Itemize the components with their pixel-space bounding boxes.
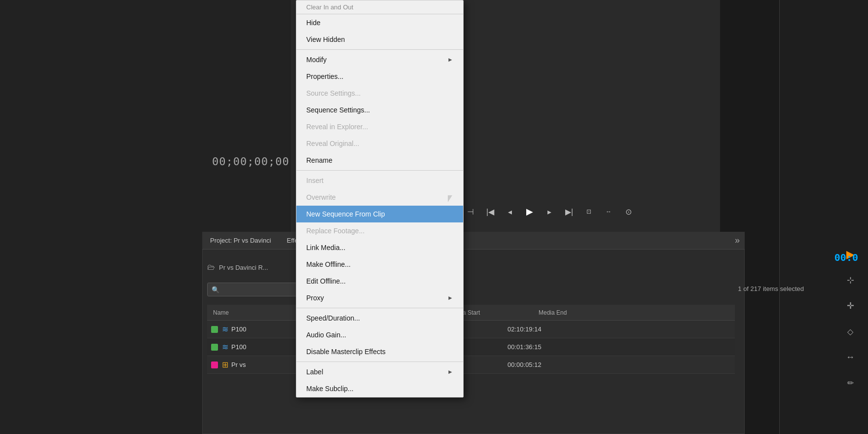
row-color-badge	[211, 362, 218, 368]
menu-item-audio-gain[interactable]: Audio Gain...	[296, 326, 463, 343]
tab-project[interactable]: Project: Pr vs Davinci	[202, 232, 279, 249]
tab-project-label: Project: Pr vs Davinci	[210, 237, 271, 244]
move-btn[interactable]: ✛	[842, 298, 858, 314]
menu-item-new-sequence[interactable]: New Sequence From Clip	[296, 206, 463, 222]
menu-item-overwrite-label: Overwrite	[306, 193, 336, 201]
menu-item-reveal-explorer: Reveal in Explorer...	[296, 118, 463, 135]
menu-item-insert-label: Insert	[306, 177, 324, 184]
goto-out-btn[interactable]: ▶|	[562, 205, 576, 218]
menu-item-make-offline-label: Make Offline...	[306, 260, 351, 268]
menu-item-proxy-label: Proxy	[306, 294, 324, 302]
menu-item-disable-masterclip-label: Disable Masterclip Effects	[306, 348, 386, 356]
table-header: Name Frame Rate ▲ Media Start Media End	[207, 305, 735, 321]
menu-item-disable-masterclip[interactable]: Disable Masterclip Effects	[296, 343, 463, 360]
submenu-arrow-icon: ►	[447, 56, 453, 63]
menu-item-speed-duration-label: Speed/Duration...	[306, 314, 360, 322]
sequence-icon: ⊞	[222, 360, 228, 369]
cursor	[448, 195, 452, 202]
folder-icon: 🗁	[207, 263, 215, 272]
menu-item-properties-label: Properties...	[306, 72, 343, 80]
menu-item-properties[interactable]: Properties...	[296, 68, 463, 85]
menu-item-replace-footage: Replace Footage...	[296, 222, 463, 239]
menu-item-rename-label: Rename	[306, 156, 332, 164]
menu-item-reveal-explorer-label: Reveal in Explorer...	[306, 123, 368, 131]
menu-separator	[296, 170, 463, 171]
camera-btn[interactable]: ⊙	[621, 205, 635, 218]
menu-item-label-label: Label	[306, 368, 323, 376]
menu-item-overwrite: Overwrite	[296, 189, 463, 206]
menu-item-label[interactable]: Label ►	[296, 363, 463, 380]
menu-item-edit-offline-label: Edit Offline...	[306, 277, 346, 285]
row-end: 02:10:19:14	[507, 326, 596, 333]
menu-item-source-settings: Source Settings...	[296, 85, 463, 102]
menu-item-hide-label: Hide	[306, 19, 321, 27]
transport-controls: ⊢ ⊣ |◀ ◂ ▶ ▸ ▶| ⊡ ↔ ⊙	[444, 205, 635, 218]
menu-item-reveal-original: Reveal Original...	[296, 135, 463, 152]
menu-item-link-media[interactable]: Link Media...	[296, 239, 463, 256]
menu-item-make-subclip-label: Make Subclip...	[306, 385, 354, 393]
search-bar[interactable]: 🔍	[207, 283, 306, 296]
menu-item-source-settings-label: Source Settings...	[306, 89, 361, 97]
extract-btn[interactable]: ↔	[602, 205, 615, 218]
folder-row: 🗁 Pr vs Davinci R...	[207, 263, 268, 272]
menu-separator	[296, 49, 463, 50]
menu-item-new-sequence-label: New Sequence From Clip	[306, 210, 385, 218]
menu-item-view-hidden[interactable]: View Hidden	[296, 31, 463, 48]
menu-item-view-hidden-label: View Hidden	[306, 36, 345, 43]
table-row[interactable]: ≋ P100 23.976 fps 00:00:00:00 02:10:19:1…	[207, 321, 735, 338]
lift-btn[interactable]: ⊡	[582, 205, 596, 218]
menu-separator	[296, 308, 463, 308]
menu-item-modify[interactable]: Modify ►	[296, 51, 463, 68]
menu-item-sequence-settings[interactable]: Sequence Settings...	[296, 102, 463, 118]
row-color-badge	[211, 344, 218, 351]
goto-in-btn[interactable]: |◀	[483, 205, 497, 218]
step-back-btn[interactable]: ◂	[503, 205, 517, 218]
right-timecode-display: 00:0	[834, 252, 858, 263]
pencil-btn[interactable]: ✏	[842, 375, 858, 391]
row-end: 00:00:05:12	[507, 361, 596, 368]
menu-item-rename[interactable]: Rename	[296, 152, 463, 169]
panel-more-btn[interactable]: »	[730, 235, 745, 246]
menu-item-sequence-settings-label: Sequence Settings...	[306, 106, 370, 114]
submenu-arrow-proxy-icon: ►	[447, 294, 453, 301]
folder-name: Pr vs Davinci R...	[219, 264, 268, 271]
col-name-label: Name	[213, 309, 229, 316]
menu-item-hide[interactable]: Hide	[296, 14, 463, 31]
menu-item-proxy[interactable]: Proxy ►	[296, 289, 463, 306]
step-fwd-btn[interactable]: ▸	[542, 205, 556, 218]
table-row[interactable]: ⊞ Pr vs 23.976 fps 00:00:00:00 00:00:05:…	[207, 356, 735, 374]
table-row[interactable]: ≋ P100 23.976 fps 00:00:00:00 00:01:36:1…	[207, 338, 735, 356]
menu-item-reveal-original-label: Reveal Original...	[306, 140, 359, 147]
clip-icon: ≋	[222, 325, 228, 334]
panel-header: Project: Pr vs Davinci Effects Media Bro…	[202, 232, 745, 250]
menu-item-audio-gain-label: Audio Gain...	[306, 331, 346, 339]
clip-icon: ≋	[222, 342, 228, 352]
col-mediaend[interactable]: Media End	[533, 309, 621, 316]
eraser-btn[interactable]: ◇	[842, 324, 858, 339]
expand-btn[interactable]: ↔	[842, 349, 858, 365]
menu-item-speed-duration[interactable]: Speed/Duration...	[296, 310, 463, 326]
menu-item-insert: Insert	[296, 172, 463, 189]
menu-clipped-item: Clear In and Out	[296, 0, 463, 14]
timecode-display: 00;00;00;00	[212, 155, 289, 168]
menu-item-modify-label: Modify	[306, 56, 326, 64]
search-icon: 🔍	[212, 286, 219, 293]
items-selected: 1 of 217 items selected	[738, 285, 804, 292]
menu-item-edit-offline[interactable]: Edit Offline...	[296, 273, 463, 289]
submenu-arrow-label-icon: ►	[447, 368, 453, 375]
insert-right-btn[interactable]: ⊹	[842, 272, 858, 288]
context-menu: Clear In and Out Hide View Hidden Modify…	[296, 0, 464, 398]
row-end: 00:01:36:15	[507, 343, 596, 351]
menu-item-replace-footage-label: Replace Footage...	[306, 227, 364, 235]
menu-item-link-media-label: Link Media...	[306, 244, 345, 252]
menu-item-make-subclip[interactable]: Make Subclip...	[296, 380, 463, 397]
row-color-badge	[211, 326, 218, 333]
mark-out-btn[interactable]: ⊣	[464, 205, 477, 218]
play-btn[interactable]: ▶	[523, 205, 537, 218]
menu-separator	[296, 362, 463, 362]
menu-item-make-offline[interactable]: Make Offline...	[296, 256, 463, 273]
search-input[interactable]	[222, 286, 291, 293]
col-mediaend-label: Media End	[539, 309, 567, 316]
